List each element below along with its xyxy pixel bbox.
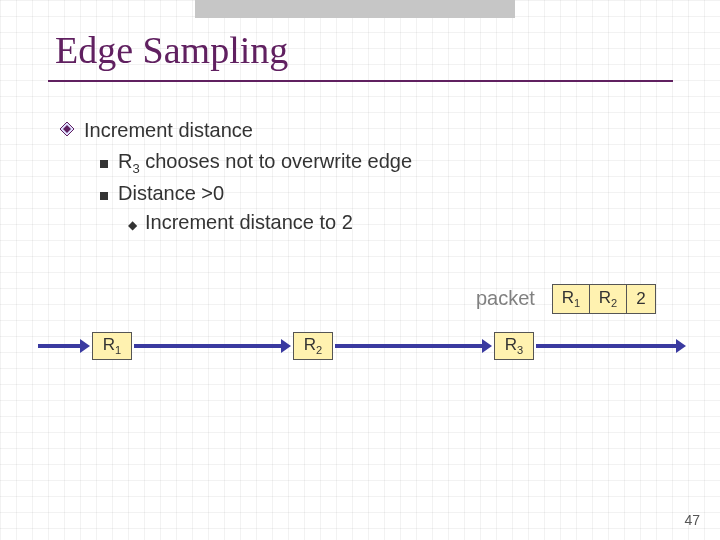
title-underline <box>48 80 673 82</box>
slide-title: Edge Sampling <box>55 28 288 72</box>
r2-r: R <box>304 335 316 354</box>
r3-r: R <box>505 335 517 354</box>
pc2-sub: 2 <box>611 298 617 310</box>
sub-bullet-1: R3 chooses not to overwrite edge <box>100 147 412 179</box>
pc1-r: R <box>562 288 574 307</box>
router-r1: R1 <box>92 332 132 360</box>
pc2-r: R <box>599 288 611 307</box>
sub1-r: R <box>118 150 132 172</box>
subsub-bullet: ◆ Increment distance to 2 <box>128 208 412 237</box>
arrow-out-right <box>536 336 686 356</box>
r3-sub: 3 <box>517 345 523 357</box>
packet-cell-3: 2 <box>626 284 656 314</box>
bullet-level1: Increment distance <box>60 116 412 145</box>
svg-marker-7 <box>676 339 686 353</box>
sub1-subscript: 3 <box>132 161 139 176</box>
arrow-r2-r3 <box>335 336 492 356</box>
arrow-r1-r2 <box>134 336 291 356</box>
r1-sub: 1 <box>115 345 121 357</box>
square-bullet-icon <box>100 192 108 200</box>
square-bullet-icon <box>100 160 108 168</box>
body-content: Increment distance R3 chooses not to ove… <box>60 116 412 237</box>
bullet-level1-text: Increment distance <box>84 116 253 145</box>
top-decoration-bar <box>195 0 515 18</box>
pc1-sub: 1 <box>574 298 580 310</box>
svg-marker-1 <box>80 339 90 353</box>
arrow-bullet-icon: ◆ <box>128 217 137 234</box>
sub-bullet-2-text: Distance >0 <box>118 179 224 208</box>
sub1-rest: chooses not to overwrite edge <box>140 150 412 172</box>
r1-r: R <box>103 335 115 354</box>
packet-box: R1 R2 2 <box>552 284 656 314</box>
packet-label: packet <box>476 287 535 310</box>
subsub-text: Increment distance to 2 <box>145 208 353 237</box>
router-r3: R3 <box>494 332 534 360</box>
sub-bullet-list: R3 chooses not to overwrite edge Distanc… <box>100 147 412 237</box>
sub-bullet-1-text: R3 chooses not to overwrite edge <box>118 147 412 179</box>
diamond-bullet-icon <box>60 122 74 136</box>
arrow-in-left <box>38 336 90 356</box>
svg-marker-5 <box>482 339 492 353</box>
router-r2: R2 <box>293 332 333 360</box>
sub-bullet-2: Distance >0 <box>100 179 412 208</box>
svg-marker-3 <box>281 339 291 353</box>
page-number: 47 <box>684 512 700 528</box>
r2-sub: 2 <box>316 345 322 357</box>
packet-cell-2: R2 <box>589 284 626 314</box>
packet-cell-1: R1 <box>552 284 589 314</box>
